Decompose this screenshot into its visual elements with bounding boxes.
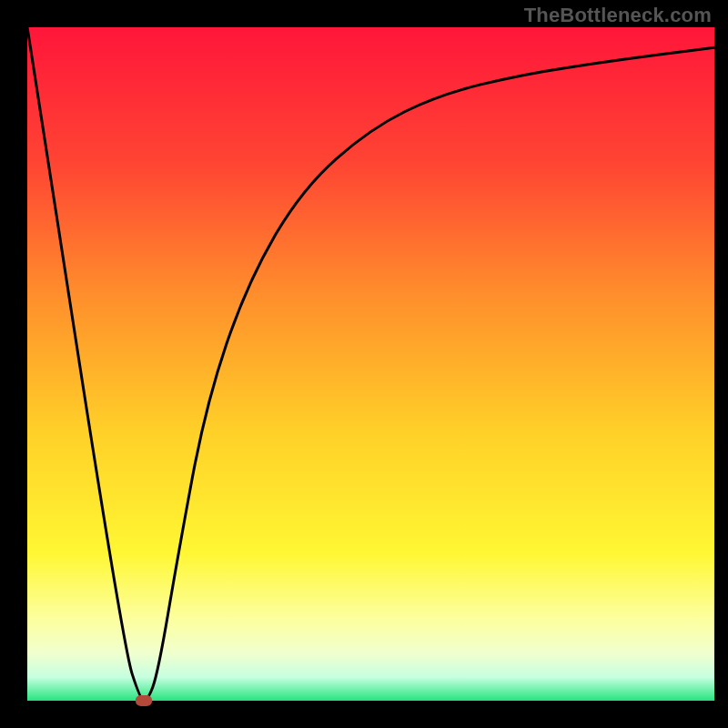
plot-background (27, 27, 714, 701)
watermark-text: TheBottleneck.com (524, 4, 712, 27)
optimum-marker (136, 695, 152, 706)
bottleneck-chart (0, 0, 728, 728)
chart-frame: TheBottleneck.com (0, 0, 728, 728)
